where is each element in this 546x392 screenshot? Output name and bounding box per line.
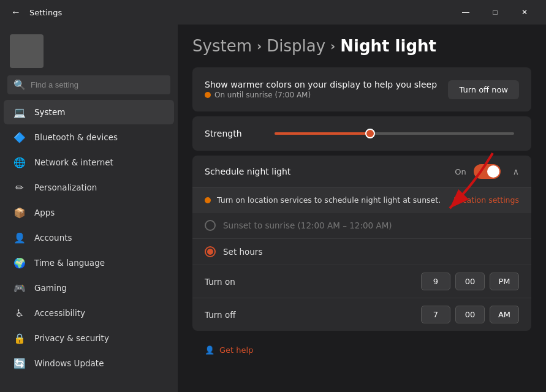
set-hours-option[interactable]: Set hours [192,238,531,265]
turn-on-hour[interactable]: 9 [421,273,450,290]
sidebar-item-accessibility[interactable]: ♿Accessibility [4,301,174,325]
sidebar-item-privacy[interactable]: 🔒Privacy & security [4,326,174,350]
page-header: System › Display › Night light [192,24,531,67]
location-settings-link[interactable]: Location settings [453,195,519,205]
turn-off-period[interactable]: AM [490,306,519,323]
sidebar-item-label-bluetooth: Bluetooth & devices [34,132,118,142]
sidebar-item-network[interactable]: 🌐Network & internet [4,150,174,175]
sidebar: 🔍 💻System🔷Bluetooth & devices🌐Network & … [0,24,178,392]
window-controls: — □ ✕ [452,2,539,22]
sidebar-item-label-accessibility: Accessibility [34,308,85,318]
avatar [10,34,44,68]
search-input[interactable] [31,80,164,89]
turn-off-now-button[interactable]: Turn off now [448,80,519,99]
slider-thumb[interactable] [365,129,375,138]
sidebar-item-label-update: Windows Update [34,358,104,368]
location-warning-row: Turn on location services to schedule ni… [192,187,531,212]
sidebar-item-update[interactable]: 🔄Windows Update [4,351,174,375]
sidebar-item-label-privacy: Privacy & security [34,333,109,343]
time-icon: 🌍 [13,257,26,269]
schedule-toggle[interactable] [474,164,501,179]
get-help-link[interactable]: 👤 Get help [192,336,531,355]
chevron-up-icon: ∧ [513,167,519,176]
strength-card: Strength [192,116,531,151]
help-icon: 👤 [205,345,214,355]
apps-icon: 📦 [13,206,26,219]
titlebar-title: Settings [29,8,62,17]
turn-off-minute[interactable]: 00 [455,306,485,323]
warmer-colors-row: Show warmer colors on your display to he… [192,67,531,111]
network-icon: 🌐 [13,156,26,168]
sunset-option[interactable]: Sunset to sunrise (12:00 AM – 12:00 AM) [192,212,531,238]
warmer-colors-label: Show warmer colors on your display to he… [205,80,448,89]
breadcrumb-current: Night light [340,37,436,55]
warning-dot [205,197,211,203]
update-icon: 🔄 [13,357,26,369]
turn-off-selectors: 7 00 AM [421,306,519,323]
system-icon: 💻 [13,106,26,118]
sidebar-item-bluetooth[interactable]: 🔷Bluetooth & devices [4,125,174,149]
minimize-button[interactable]: — [452,2,480,22]
sunset-label: Sunset to sunrise (12:00 AM – 12:00 AM) [223,221,392,230]
breadcrumb-display[interactable]: Display [267,37,325,55]
sidebar-item-personalization[interactable]: ✏️Personalization [4,175,174,200]
slider-fill [275,132,370,135]
user-profile [0,24,178,75]
sunset-radio[interactable] [205,220,216,231]
toggle-knob [487,165,499,178]
sidebar-item-label-accounts: Accounts [34,233,72,243]
toggle-state-label: On [455,167,466,176]
sidebar-item-label-time: Time & language [34,258,105,268]
turn-off-hour[interactable]: 7 [421,306,450,323]
content-area: System › Display › Night light Show warm… [178,24,546,392]
strength-slider-row: Strength [192,116,531,151]
sidebar-item-label-network: Network & internet [34,157,113,167]
accessibility-icon: ♿ [13,307,26,319]
set-hours-radio[interactable] [205,246,216,257]
titlebar-left: ← Settings [7,6,62,19]
sidebar-item-label-apps: Apps [34,208,55,217]
turn-on-label: Turn on [205,277,421,287]
sidebar-item-apps[interactable]: 📦Apps [4,200,174,225]
warmer-colors-card: Show warmer colors on your display to he… [192,67,531,111]
maximize-button[interactable]: □ [481,2,509,22]
sidebar-item-system[interactable]: 💻System [4,100,174,124]
sidebar-nav: 💻System🔷Bluetooth & devices🌐Network & in… [0,99,178,392]
schedule-label: Schedule night light [205,167,455,176]
privacy-icon: 🔒 [13,332,26,344]
breadcrumb-sep-1: › [257,39,262,53]
titlebar: ← Settings — □ ✕ [0,0,546,24]
turn-on-row: Turn on 9 00 PM [192,265,531,298]
breadcrumb-system[interactable]: System [192,37,252,55]
breadcrumb-sep-2: › [330,39,335,53]
sidebar-item-label-personalization: Personalization [34,183,97,192]
accounts-icon: 👤 [13,232,26,244]
turn-off-label: Turn off [205,310,421,320]
get-help-label: Get help [219,345,253,355]
schedule-card: Schedule night light On ∧ Turn on locati… [192,156,531,331]
search-icon: 🔍 [13,79,26,91]
radio-inner [207,249,213,255]
turn-on-selectors: 9 00 PM [421,273,519,290]
bluetooth-icon: 🔷 [13,131,26,143]
main-layout: 🔍 💻System🔷Bluetooth & devices🌐Network & … [0,24,546,392]
content-wrapper: System › Display › Night light Show warm… [192,24,531,355]
sublabel-text: On until sunrise (7:00 AM) [214,91,311,99]
sidebar-item-accounts[interactable]: 👤Accounts [4,225,174,250]
sidebar-item-time[interactable]: 🌍Time & language [4,251,174,275]
search-box[interactable]: 🔍 [7,75,170,94]
status-dot [205,92,211,98]
turn-off-row: Turn off 7 00 AM [192,298,531,331]
warmer-colors-label-group: Show warmer colors on your display to he… [205,80,448,99]
breadcrumb: System › Display › Night light [192,37,531,55]
turn-on-minute[interactable]: 00 [455,273,485,290]
strength-slider[interactable] [275,132,514,135]
schedule-right: On ∧ [455,164,519,179]
sidebar-item-gaming[interactable]: 🎮Gaming [4,276,174,300]
personalization-icon: ✏️ [13,181,26,194]
turn-on-period[interactable]: PM [490,273,519,290]
close-button[interactable]: ✕ [510,2,539,22]
schedule-header[interactable]: Schedule night light On ∧ [192,156,531,187]
back-button[interactable]: ← [7,6,25,19]
warmer-colors-sublabel: On until sunrise (7:00 AM) [205,91,448,99]
